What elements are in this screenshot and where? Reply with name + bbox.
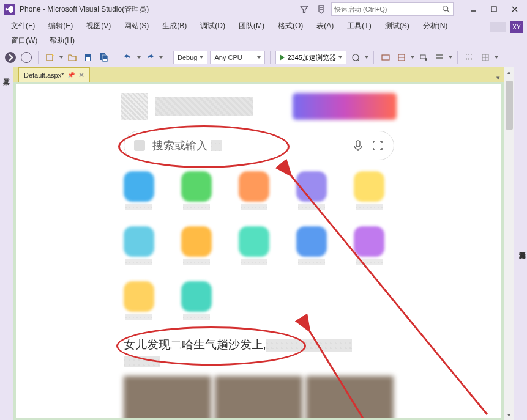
svg-point-0 <box>443 6 448 11</box>
redo-button[interactable] <box>143 53 157 62</box>
tab-overflow-caret[interactable]: ▾ <box>496 74 504 82</box>
app-icon-5[interactable] <box>124 226 154 265</box>
app-icon-11[interactable] <box>181 281 212 320</box>
tb-misc-5[interactable] <box>463 53 476 62</box>
new-project-button[interactable] <box>43 53 57 62</box>
menu-help[interactable]: 帮助(H) <box>43 34 81 47</box>
app-icon-8[interactable] <box>296 226 327 265</box>
app-label-placeholder <box>356 204 383 210</box>
username-placeholder <box>155 97 253 116</box>
app-icon-10[interactable] <box>124 281 154 320</box>
tab-filename: Default.aspx* <box>24 72 64 79</box>
undo-button[interactable] <box>121 53 135 62</box>
tb-misc-1[interactable] <box>379 53 392 62</box>
app-icon-4[interactable] <box>354 171 384 210</box>
tab-close-icon[interactable]: ✕ <box>78 71 84 79</box>
menu-file[interactable]: 文件(F) <box>5 20 41 32</box>
phone-header <box>115 88 403 125</box>
app-label-placeholder <box>183 314 210 320</box>
menu-view[interactable]: 视图(V) <box>80 20 117 32</box>
menu-test[interactable]: 测试(S) <box>379 20 416 32</box>
funnel-icon[interactable] <box>299 4 309 14</box>
menu-tools[interactable]: 工具(T) <box>341 20 377 32</box>
toolbar: Debug Any CPU 2345加速浏览器 <box>0 48 527 67</box>
tb-misc-4[interactable] <box>433 53 446 62</box>
tb-misc-2[interactable] <box>395 53 408 62</box>
thumbnail-2[interactable] <box>215 376 302 418</box>
svg-rect-15 <box>436 54 443 56</box>
config-dropdown[interactable]: Debug <box>173 51 207 64</box>
nav-forward-button[interactable] <box>20 51 33 64</box>
svg-point-14 <box>425 58 427 61</box>
scroll-up-arrow[interactable]: ▲ <box>504 67 514 77</box>
app-icon-3[interactable] <box>296 171 327 210</box>
app-label-placeholder <box>241 259 267 265</box>
svg-rect-16 <box>436 57 443 59</box>
left-rail-toolbox[interactable]: 工具箱 <box>0 67 13 420</box>
user-placeholder[interactable] <box>490 22 506 32</box>
search-text-blur <box>211 140 222 151</box>
editor-content: 搜索或输入 女儿发现二哈生气趟沙发上, <box>13 82 504 420</box>
open-file-button[interactable] <box>65 53 79 62</box>
redo-caret[interactable] <box>159 56 163 59</box>
tb-misc-6[interactable] <box>479 53 492 62</box>
app-icon-6[interactable] <box>181 226 212 265</box>
app-tile-icon <box>181 281 212 312</box>
design-canvas[interactable]: 搜索或输入 女儿发现二哈生气趟沙发上, <box>16 84 501 418</box>
vertical-scrollbar[interactable]: ▲ ▼ <box>504 67 514 420</box>
titlebar: Phone - Microsoft Visual Studio(管理员) XY <box>0 0 527 18</box>
svg-line-1 <box>447 10 450 13</box>
scroll-down-arrow[interactable]: ▼ <box>504 410 514 420</box>
quick-launch-input[interactable] <box>334 6 442 13</box>
notification-icon[interactable] <box>316 4 326 14</box>
save-button[interactable] <box>81 53 95 62</box>
right-rail: 解决方案资源管理器 团队资源管理器 属性 <box>514 67 527 420</box>
undo-caret[interactable] <box>137 56 141 59</box>
app-icon-1[interactable] <box>181 171 212 210</box>
menubar: 文件(F) 编辑(E) 视图(V) 网站(S) 生成(B) 调试(D) 团队(M… <box>0 18 527 33</box>
menu-build[interactable]: 生成(B) <box>156 20 193 32</box>
minimize-button[interactable] <box>465 2 482 16</box>
run-button[interactable]: 2345加速浏览器 <box>275 51 346 64</box>
tab-pin-icon[interactable]: 📌 <box>67 72 75 78</box>
news-headline[interactable]: 女儿发现二哈生气趟沙发上, <box>124 336 394 354</box>
app-icon-9[interactable] <box>354 226 384 265</box>
app-icon-2[interactable] <box>239 171 269 210</box>
file-tab-default-aspx[interactable]: Default.aspx* 📌 ✕ <box>18 67 90 82</box>
phone-searchbar[interactable]: 搜索或输入 <box>124 131 394 160</box>
menu-debug[interactable]: 调试(D) <box>194 20 231 32</box>
browser-caret[interactable] <box>365 56 368 59</box>
svg-rect-8 <box>103 59 107 61</box>
thumbnail-3[interactable] <box>306 376 394 418</box>
app-tile-icon <box>354 171 384 202</box>
menu-edit[interactable]: 编辑(E) <box>42 20 79 32</box>
tb-misc-3[interactable] <box>417 53 430 62</box>
app-icon-7[interactable] <box>239 226 269 265</box>
svg-rect-6 <box>47 54 53 61</box>
save-all-button[interactable] <box>97 53 111 62</box>
new-project-caret[interactable] <box>59 56 63 59</box>
browser-select-button[interactable] <box>349 53 362 62</box>
scroll-thumb[interactable] <box>506 81 513 130</box>
app-tile-icon <box>239 171 269 202</box>
app-label-placeholder <box>125 204 152 210</box>
nav-back-button[interactable] <box>4 51 17 64</box>
app-icon-0[interactable] <box>124 171 154 210</box>
mic-icon[interactable] <box>352 139 364 152</box>
menu-website[interactable]: 网站(S) <box>118 20 155 32</box>
menu-window[interactable]: 窗口(W) <box>5 34 43 47</box>
scan-icon[interactable] <box>372 139 384 152</box>
close-button[interactable] <box>506 2 523 16</box>
platform-dropdown[interactable]: Any CPU <box>210 51 265 64</box>
menu-format[interactable]: 格式(O) <box>272 20 309 32</box>
quick-launch-box[interactable] <box>331 2 454 16</box>
menu-analyze[interactable]: 分析(N) <box>417 20 454 32</box>
user-badge[interactable]: XY <box>510 21 523 33</box>
menubar-row2: 窗口(W) 帮助(H) <box>0 33 527 48</box>
app-label-placeholder <box>298 204 325 210</box>
menu-team[interactable]: 团队(M) <box>233 20 271 32</box>
maximize-button[interactable] <box>485 2 503 16</box>
thumbnail-1[interactable] <box>124 376 211 418</box>
headline-blur <box>266 339 352 352</box>
menu-table[interactable]: 表(A) <box>310 20 340 32</box>
